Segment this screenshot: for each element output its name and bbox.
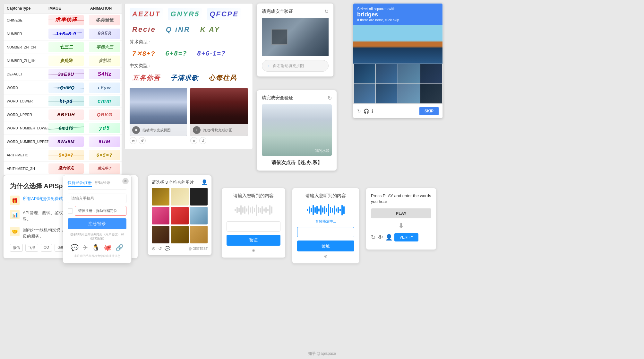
refresh-icon[interactable]: ↺ (139, 137, 146, 144)
wave-bar (256, 205, 257, 216)
grid-cell[interactable] (420, 84, 442, 103)
image-cell-9[interactable] (190, 226, 208, 243)
wave-bar (238, 208, 240, 212)
room-image: 我的水印 (262, 104, 332, 156)
image-cell-6[interactable] (190, 207, 208, 224)
reload-icon[interactable]: ↻ (371, 234, 376, 241)
close-icon-2[interactable]: ⊗ (190, 137, 197, 144)
play-button[interactable]: PLAY (371, 208, 431, 218)
slide-text-2: 拖动/骨块完成拼图 (203, 128, 232, 133)
cn-sample-2: 子清求歌 (168, 72, 201, 84)
audio-wave-1 (227, 204, 280, 216)
audio-captcha-panel-1: 请输入您听到的内容 验证 ⊗ (221, 188, 286, 258)
captcha-anim: 参拾玖 (89, 56, 120, 66)
table-header: CaptchaType IMAGE ANIMATION (4, 4, 122, 13)
info-icon[interactable]: ℹ (372, 109, 373, 114)
puzzle-captcha-panel-2: 请完成安全验证 ↻ 我的水印 请依次点击【连,办,系】 (257, 90, 337, 171)
captcha-type-table: CaptchaType IMAGE ANIMATION CHINESE 求率快译… (3, 3, 122, 176)
grid-cell[interactable] (398, 84, 420, 103)
agree-text: 登录即表示已阅读并同意 《用户协议》 和 《隐私政策》 (68, 232, 126, 241)
grid-cell[interactable] (398, 64, 420, 83)
grid-cell[interactable] (376, 64, 398, 83)
captcha-slider-text[interactable]: 请按注册，拖动到指定位 (75, 206, 126, 216)
refresh-icon[interactable]: ↻ (324, 8, 329, 14)
eye-icon[interactable]: 👁 (378, 234, 383, 241)
table-row: DEFAULT 3sE9U S4Hz (4, 67, 122, 81)
gothic-captcha-box: ⏸ 拖动/骨块完成拼图 ⊗ ↺ (190, 88, 248, 144)
image-grid[interactable] (152, 188, 208, 243)
image-cell-3[interactable] (190, 188, 208, 206)
refresh-icon[interactable]: ↺ (158, 246, 162, 251)
puzzle2-title-text: 请完成安全验证 (262, 95, 293, 101)
modal-close-button[interactable]: ✕ (122, 178, 129, 184)
phone-input[interactable] (68, 194, 126, 203)
audio-input-1[interactable] (227, 221, 280, 232)
pause-button-2[interactable]: ⏸ (193, 126, 201, 134)
puzzle-piece-hole (271, 29, 288, 45)
wave-bar (307, 209, 308, 211)
wechat-icon[interactable]: 💬 (71, 243, 79, 252)
grid-cell[interactable] (354, 64, 375, 83)
recaptcha-footer: ↻ 🎧 ℹ SKIP (353, 104, 442, 118)
captcha-image: BBYUH (48, 109, 84, 120)
skip-button[interactable]: SKIP (419, 107, 439, 115)
eng-action-icons: ↻ 👁 👤 VERIFY (371, 233, 431, 241)
audio-input-2[interactable] (297, 227, 354, 237)
wave-bar (242, 207, 244, 213)
close-button-1[interactable]: ⊗ (227, 248, 280, 253)
captcha-anim: cmm (89, 96, 120, 106)
anim-cell: 6UM (87, 135, 122, 148)
recaptcha-grid[interactable] (353, 64, 442, 104)
github-icon[interactable]: 🐙 (104, 243, 112, 252)
image-cell-5[interactable] (171, 207, 188, 224)
image-cell-1[interactable] (152, 188, 169, 206)
captcha-anim: yd5 (89, 123, 120, 133)
captcha-checkbox[interactable] (68, 208, 73, 214)
image-select-panel: 请选择 3 个符合的图片 👤 ⊗ ↺ 💬 @ GEETEST (148, 175, 212, 255)
captcha-anim: 9958 (89, 29, 120, 39)
tab-password-login[interactable]: 密码登录 (95, 180, 110, 187)
user-icon[interactable]: 👤 (385, 234, 392, 241)
person-icon[interactable]: 👤 (201, 179, 208, 185)
captcha-image: 乘六等几 (48, 163, 84, 174)
image-cell-8[interactable] (171, 226, 188, 243)
audio-verify-button-1[interactable]: 验证 (227, 235, 280, 246)
image-cell-7[interactable] (152, 226, 169, 243)
wave-bar (263, 208, 265, 212)
pause-button[interactable]: ⏸ (132, 126, 140, 134)
refresh-icon-2[interactable]: ↺ (199, 137, 206, 144)
close-icon[interactable]: ⊗ (152, 246, 156, 251)
image-cell: 3sE9U (45, 68, 87, 81)
chat-icon[interactable]: 💬 (165, 246, 170, 251)
close-icon[interactable]: ⊗ (130, 137, 137, 144)
qq-icon[interactable]: 🐧 (92, 243, 100, 252)
feishu-icon[interactable]: ✈ (82, 243, 88, 252)
verify-button[interactable]: VERIFY (394, 233, 418, 241)
image-cell-2[interactable] (171, 188, 188, 206)
table-row: NUMBER 1+6=8-9 9958 (4, 27, 122, 40)
grid-cell[interactable] (376, 84, 398, 103)
eciink-icon[interactable]: 🔗 (116, 243, 124, 252)
audio-verify-button-2[interactable]: 验证 (297, 241, 354, 251)
captcha-image: 参拾陆 (48, 56, 84, 66)
recaptcha-images (353, 25, 442, 104)
close-button-2[interactable]: ⊗ (297, 254, 354, 258)
grid-cell[interactable] (354, 84, 375, 103)
reload-icon[interactable]: ↻ (357, 109, 361, 114)
captcha-image: 5×3=? (48, 150, 84, 160)
login-register-button[interactable]: 注册/登录 (68, 218, 126, 229)
recaptcha-subtext: If there are none, click skip (357, 18, 439, 22)
wave-bar (267, 209, 269, 211)
tab-quick-login[interactable]: 快捷登录/注册 (68, 180, 92, 187)
audio-icon[interactable]: 🎧 (364, 109, 369, 114)
recaptcha-header-text: Select all squares with (357, 7, 439, 11)
image-cell-4[interactable] (152, 207, 169, 224)
playing-text: 音频播放中... (297, 219, 354, 224)
anim-cell: 乘几等于 (87, 162, 122, 175)
refresh-icon-2[interactable]: ↻ (328, 95, 332, 101)
wave-bar (336, 208, 337, 212)
wave-bar (271, 206, 272, 214)
puzzle-slider[interactable]: → 向右滑动填充拼图 (262, 60, 329, 72)
grid-cell[interactable] (420, 64, 442, 83)
type-label: WORD (4, 86, 45, 90)
